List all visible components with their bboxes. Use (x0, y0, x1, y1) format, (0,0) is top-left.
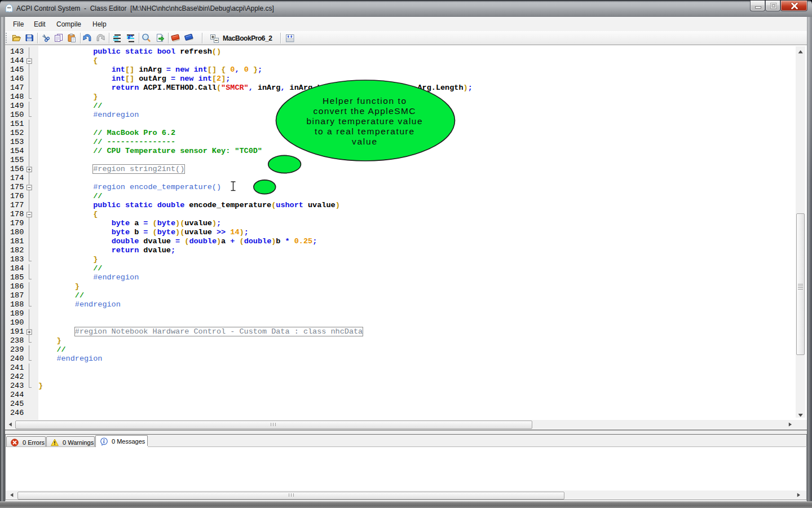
svg-text:Helper function to: Helper function to (323, 96, 406, 106)
svg-text:to a real temperature: to a real temperature (315, 126, 414, 136)
svg-text:value: value (352, 137, 377, 146)
svg-text:convert the AppleSMC: convert the AppleSMC (314, 106, 416, 116)
svg-text:binary temperature value: binary temperature value (307, 116, 422, 126)
